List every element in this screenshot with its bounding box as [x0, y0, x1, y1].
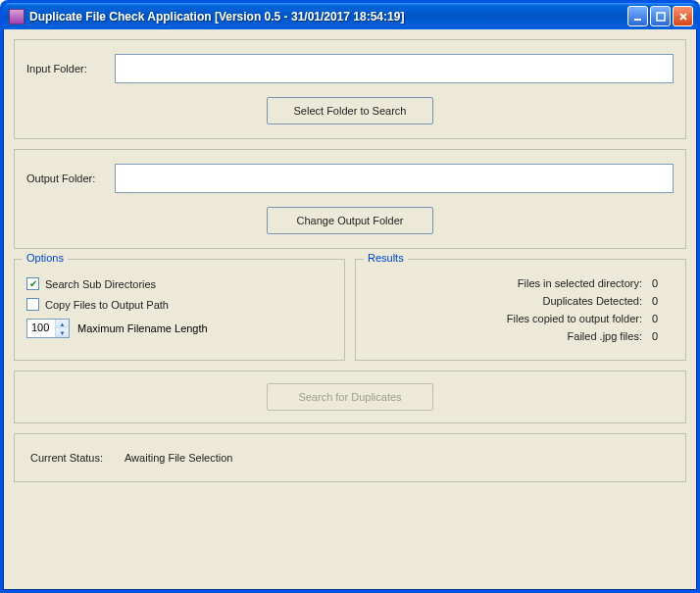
- result-row: Duplicates Detected: 0: [368, 295, 674, 307]
- max-filename-label: Maximum Filename Length: [77, 322, 208, 334]
- search-duplicates-button[interactable]: Search for Duplicates: [267, 383, 433, 411]
- copy-files-label: Copy Files to Output Path: [45, 299, 169, 311]
- close-button[interactable]: [673, 6, 693, 26]
- result-val: 0: [652, 295, 674, 307]
- output-folder-label: Output Folder:: [26, 173, 107, 184]
- client-area: Input Folder: Select Folder to Search Ou…: [3, 29, 697, 590]
- select-folder-button[interactable]: Select Folder to Search: [267, 97, 433, 124]
- window-title: Duplicate File Check Application [Versio…: [29, 10, 627, 24]
- result-key: Failed .jpg files:: [368, 330, 652, 342]
- result-row: Files in selected directory: 0: [368, 277, 674, 289]
- results-group: Results Files in selected directory: 0 D…: [355, 259, 686, 361]
- search-sub-checkbox[interactable]: ✔: [26, 277, 39, 290]
- change-output-button[interactable]: Change Output Folder: [267, 207, 433, 234]
- window-frame: Duplicate File Check Application [Versio…: [0, 0, 700, 593]
- options-legend: Options: [23, 252, 68, 264]
- input-folder-panel: Input Folder: Select Folder to Search: [14, 39, 686, 139]
- titlebar[interactable]: Duplicate File Check Application [Versio…: [3, 3, 697, 29]
- options-group: Options ✔ Search Sub Directories Copy Fi…: [14, 259, 345, 361]
- output-folder-field[interactable]: [115, 164, 674, 193]
- input-folder-label: Input Folder:: [26, 63, 107, 74]
- spinner-up-icon[interactable]: ▲: [56, 320, 69, 328]
- output-folder-panel: Output Folder: Change Output Folder: [14, 149, 686, 249]
- window-controls: [627, 6, 693, 26]
- search-sub-label: Search Sub Directories: [45, 278, 156, 290]
- max-filename-spinner[interactable]: 100 ▲ ▼: [26, 319, 70, 338]
- svg-rect-0: [634, 19, 641, 21]
- svg-rect-1: [657, 13, 665, 21]
- result-row: Failed .jpg files: 0: [368, 330, 674, 342]
- result-key: Duplicates Detected:: [368, 295, 652, 307]
- result-key: Files in selected directory:: [368, 277, 652, 289]
- result-val: 0: [652, 330, 674, 342]
- result-val: 0: [652, 277, 674, 289]
- minimize-button[interactable]: [627, 6, 648, 26]
- result-key: Files copied to output folder:: [368, 313, 652, 324]
- app-icon: [9, 9, 25, 25]
- maximize-button[interactable]: [650, 6, 671, 26]
- results-legend: Results: [364, 252, 408, 264]
- result-val: 0: [652, 313, 674, 324]
- status-panel: Current Status: Awaiting File Selection: [14, 433, 686, 482]
- copy-files-checkbox[interactable]: [26, 298, 39, 311]
- status-value: Awaiting File Selection: [125, 452, 232, 464]
- spinner-down-icon[interactable]: ▼: [56, 328, 69, 337]
- search-panel: Search for Duplicates: [14, 371, 686, 423]
- status-label: Current Status:: [30, 452, 103, 464]
- max-filename-value[interactable]: 100: [27, 320, 55, 337]
- input-folder-field[interactable]: [115, 54, 674, 83]
- result-row: Files copied to output folder: 0: [368, 313, 674, 324]
